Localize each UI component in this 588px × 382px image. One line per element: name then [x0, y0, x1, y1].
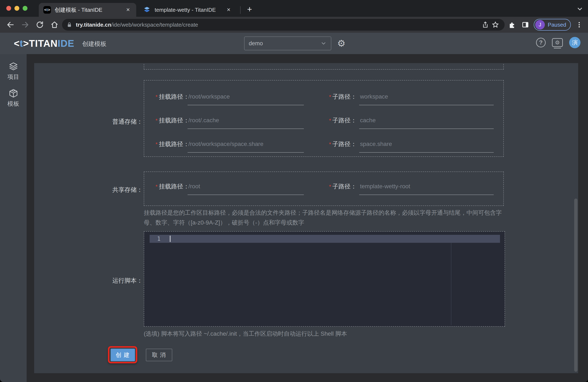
url-host: try.titanide.cn	[76, 22, 111, 28]
system-settings-icon[interactable]: ⚙	[552, 38, 563, 47]
storage-row: *挂载路径： *子路径：	[155, 180, 494, 195]
mount-path-label: 挂载路径：	[159, 141, 189, 147]
sub-path-label: 子路径：	[332, 141, 357, 147]
content-area: 普通存储： *挂载路径： *子路径： *挂载路径： *子路径：	[27, 54, 588, 382]
line-number: 1	[150, 235, 168, 243]
mount-path-label: 挂载路径：	[159, 117, 189, 124]
page-title: 创建模板	[82, 40, 106, 48]
workspace-select-value: demo	[249, 40, 320, 47]
forward-icon[interactable]	[20, 20, 30, 30]
shared-storage-group: *挂载路径： *子路径：	[144, 172, 504, 206]
traffic-lights	[6, 6, 27, 11]
script-code-editor[interactable]: 1	[144, 231, 505, 327]
required-mark: *	[155, 141, 158, 147]
tab-title: template-wetty - TitanIDE	[155, 7, 221, 13]
layers-icon	[9, 62, 18, 71]
sub-path-label: 子路径：	[332, 117, 357, 124]
required-mark: *	[155, 183, 158, 190]
sub-path-input[interactable]	[359, 139, 494, 153]
sidebar-item-templates[interactable]: 模板	[0, 89, 27, 108]
required-mark: *	[329, 94, 331, 100]
profile-status-label: Paused	[548, 22, 566, 28]
storage-row: *挂载路径： *子路径：	[155, 114, 494, 129]
sub-path-label: 子路径：	[332, 93, 357, 100]
required-mark: *	[329, 141, 331, 147]
minimize-window-button[interactable]	[15, 6, 19, 11]
chevron-down-icon	[320, 40, 327, 46]
mount-path-input[interactable]	[188, 139, 304, 153]
required-mark: *	[155, 117, 158, 124]
sidebar-item-label: 项目	[8, 73, 19, 81]
cube-icon	[9, 89, 18, 98]
browser-toolbar: try.titanide.cn/ide/web/workspace/templa…	[0, 17, 588, 33]
tab-close-icon[interactable]: ×	[225, 6, 232, 13]
sidebar-item-projects[interactable]: 项目	[0, 62, 27, 81]
settings-gear-icon[interactable]: ⚙	[336, 38, 347, 49]
browser-profile-button[interactable]: J Paused	[534, 19, 571, 31]
back-icon[interactable]	[5, 20, 16, 30]
profile-avatar: J	[535, 20, 545, 30]
form-scrollbar-thumb[interactable]	[574, 199, 578, 372]
tab-title: 创建模板 - TitanIDE	[55, 6, 121, 14]
run-script-label: 运行脚本：	[82, 276, 143, 285]
svg-text:</>: </>	[145, 7, 148, 9]
maximize-window-button[interactable]	[23, 6, 27, 11]
layers-favicon: </>	[143, 6, 151, 14]
mount-path-label: 挂载路径：	[159, 93, 189, 100]
sub-path-label: 子路径：	[332, 183, 357, 190]
url-path: /ide/web/workspace/template/create	[111, 22, 198, 28]
tab-create-template[interactable]: <t> 创建模板 - TitanIDE ×	[39, 3, 136, 17]
address-bar[interactable]: try.titanide.cn/ide/web/workspace/templa…	[62, 19, 504, 31]
extensions-puzzle-icon[interactable]	[507, 20, 517, 30]
mount-path-input[interactable]	[188, 115, 304, 129]
script-note: (选填) 脚本将写入路径 ~/.cache/.init，当工作区启动时自动运行以…	[144, 330, 347, 338]
scrolled-section-edge	[144, 63, 504, 70]
mount-path-label: 挂载路径：	[159, 183, 189, 190]
close-window-button[interactable]	[6, 6, 11, 11]
home-icon[interactable]	[49, 20, 60, 30]
normal-storage-label: 普通存储：	[82, 118, 143, 126]
editor-caret	[170, 236, 170, 242]
titanide-favicon: <t>	[43, 6, 51, 14]
sidebar-nav: 项目 模板	[0, 54, 27, 382]
mount-path-input[interactable]	[188, 181, 304, 195]
lock-icon	[66, 22, 72, 28]
user-avatar[interactable]: 演	[569, 37, 580, 48]
editor-current-line: 1	[150, 235, 500, 243]
share-icon[interactable]	[480, 20, 490, 30]
create-template-form: 普通存储： *挂载路径： *子路径： *挂载路径： *子路径：	[34, 63, 578, 373]
sub-path-input[interactable]	[359, 91, 494, 105]
titanide-app: <t>TITANIDE 创建模板 demo ⚙ ? ⚙ 演 项目	[0, 33, 588, 382]
new-tab-button[interactable]: +	[245, 5, 254, 14]
storage-row: *挂载路径： *子路径：	[155, 90, 494, 105]
storage-row: *挂载路径： *子路径：	[155, 138, 494, 153]
sub-path-input[interactable]	[359, 115, 494, 129]
browser-window: <t> 创建模板 - TitanIDE × </> template-wetty…	[0, 0, 588, 382]
help-icon[interactable]: ?	[536, 38, 546, 47]
tab-search-chevron-icon[interactable]	[576, 5, 583, 13]
required-mark: *	[155, 94, 158, 100]
tab-strip: <t> 创建模板 - TitanIDE × </> template-wetty…	[0, 0, 588, 17]
tab-template-wetty[interactable]: </> template-wetty - TitanIDE ×	[138, 3, 237, 17]
required-mark: *	[329, 117, 331, 124]
shared-storage-label: 共享存储：	[82, 186, 143, 194]
sidebar-item-label: 模板	[8, 100, 19, 108]
sub-path-input[interactable]	[359, 181, 494, 195]
workspace-select[interactable]: demo	[244, 37, 331, 50]
browser-menu-kebab-icon[interactable]	[574, 20, 584, 30]
normal-storage-group: *挂载路径： *子路径： *挂载路径： *子路径： *挂载路	[144, 80, 504, 157]
create-button[interactable]: 创 建	[111, 349, 135, 361]
cancel-button[interactable]: 取 消	[146, 349, 172, 361]
required-mark: *	[329, 183, 331, 190]
tab-close-icon[interactable]: ×	[125, 6, 132, 13]
app-header: <t>TITANIDE 创建模板 demo ⚙ ? ⚙ 演	[0, 33, 588, 54]
editor-ruler-line	[451, 243, 451, 325]
titanide-logo: <t>TITANIDE	[14, 38, 74, 49]
mount-path-input[interactable]	[188, 91, 304, 105]
bookmark-star-icon[interactable]	[490, 20, 500, 30]
side-panel-icon[interactable]	[520, 20, 530, 30]
reload-icon[interactable]	[35, 20, 45, 30]
tab-divider	[240, 6, 241, 14]
path-rules-hint: 挂载路径是您的工作区目标路径，必须是合法的文件夹路径；子路径名是网络存储源子路径…	[144, 208, 505, 227]
